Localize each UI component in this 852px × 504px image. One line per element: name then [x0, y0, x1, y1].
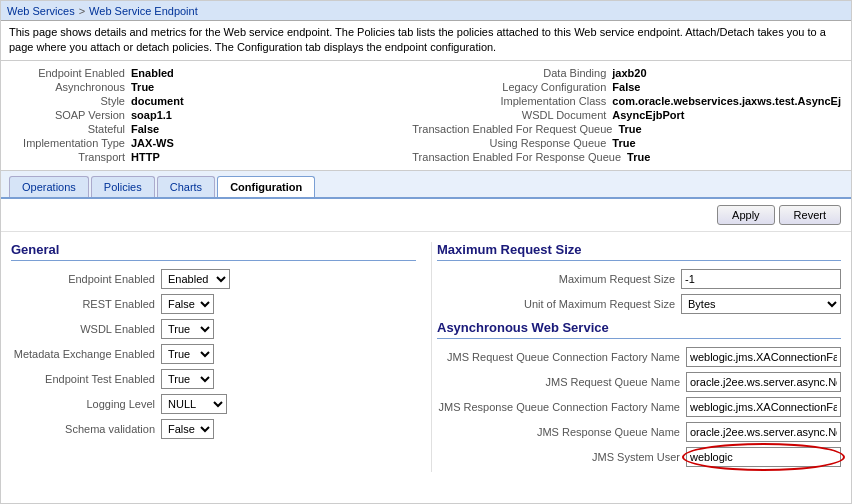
unit-label: Unit of Maximum Request Size [524, 298, 681, 310]
general-field-row: Logging LevelNULLINFODEBUG [11, 394, 416, 414]
info-row: TransportHTTP [11, 151, 412, 163]
info-label: Implementation Type [11, 137, 131, 149]
breadcrumb-current: Web Service Endpoint [89, 5, 198, 17]
breadcrumb-web-services[interactable]: Web Services [7, 5, 75, 17]
async-field-label: JMS Request Queue Connection Factory Nam… [447, 351, 686, 363]
info-label: Transaction Enabled For Request Queue [412, 123, 618, 135]
tabs-bar: OperationsPoliciesChartsConfiguration [1, 171, 851, 199]
info-value: jaxb20 [612, 67, 646, 79]
info-value: AsyncEjbPort [612, 109, 684, 121]
info-value: Enabled [131, 67, 174, 79]
async-field-input[interactable] [686, 372, 841, 392]
async-field-input[interactable] [686, 422, 841, 442]
info-value: True [612, 137, 635, 149]
info-label: Style [11, 95, 131, 107]
async-field-label: JMS Response Queue Connection Factory Na… [438, 401, 686, 413]
apply-button[interactable]: Apply [717, 205, 775, 225]
max-request-title: Maximum Request Size [437, 242, 841, 261]
select-endpoint-enabled[interactable]: EnabledDisabled [161, 269, 230, 289]
info-row: Data Bindingjaxb20 [412, 67, 841, 79]
select-wsdl-enabled[interactable]: TrueFalse [161, 319, 214, 339]
field-label: WSDL Enabled [11, 323, 161, 335]
jms-system-user-input[interactable] [686, 447, 841, 467]
info-row: AsynchronousTrue [11, 81, 412, 93]
select-schema-validation[interactable]: FalseTrue [161, 419, 214, 439]
general-title: General [11, 242, 416, 261]
field-label: Logging Level [11, 398, 161, 410]
async-field-row: JMS System User [437, 447, 841, 467]
async-field-label: JMS System User [592, 451, 686, 463]
field-label: Schema validation [11, 423, 161, 435]
info-value: True [627, 151, 650, 163]
max-request-size-row: Maximum Request Size [437, 269, 841, 289]
description-text: This page shows details and metrics for … [9, 26, 826, 53]
async-field-row: JMS Request Queue Connection Factory Nam… [437, 347, 841, 367]
unit-row: Unit of Maximum Request Size BytesKBMB [437, 294, 841, 314]
button-row: Apply Revert [1, 199, 851, 232]
info-label: Implementation Class [412, 95, 612, 107]
breadcrumb-bar: Web Services > Web Service Endpoint [1, 1, 851, 21]
max-request-size-input[interactable] [681, 269, 841, 289]
info-grid: Endpoint EnabledEnabledAsynchronousTrueS… [1, 61, 851, 171]
info-value: HTTP [131, 151, 160, 163]
info-value: JAX-WS [131, 137, 174, 149]
info-label: SOAP Version [11, 109, 131, 121]
info-label: Transport [11, 151, 131, 163]
select-endpoint-test-enabled[interactable]: TrueFalse [161, 369, 214, 389]
general-field-row: WSDL EnabledTrueFalse [11, 319, 416, 339]
field-label: Metadata Exchange Enabled [11, 348, 161, 360]
info-label: Endpoint Enabled [11, 67, 131, 79]
tab-operations[interactable]: Operations [9, 176, 89, 197]
async-field-input[interactable] [686, 397, 841, 417]
info-row: Using Response QueueTrue [412, 137, 841, 149]
info-row: SOAP Versionsoap1.1 [11, 109, 412, 121]
main-content: Apply Revert General Endpoint EnabledEna… [1, 199, 851, 503]
info-label: Transaction Enabled For Response Queue [412, 151, 627, 163]
general-field-row: REST EnabledFalseTrue [11, 294, 416, 314]
info-row: Legacy ConfigurationFalse [412, 81, 841, 93]
info-value: com.oracle.webservices.jaxws.test.AsyncE… [612, 95, 841, 107]
info-row: WSDL DocumentAsyncEjbPort [412, 109, 841, 121]
async-field-row: JMS Response Queue Name [437, 422, 841, 442]
info-value: soap1.1 [131, 109, 172, 121]
revert-button[interactable]: Revert [779, 205, 841, 225]
field-label: Endpoint Test Enabled [11, 373, 161, 385]
general-panel: General Endpoint EnabledEnabledDisabledR… [11, 242, 421, 472]
max-request-size-label: Maximum Request Size [559, 273, 681, 285]
info-row: Transaction Enabled For Response QueueTr… [412, 151, 841, 163]
right-panel: Maximum Request Size Maximum Request Siz… [431, 242, 841, 472]
async-field-row: JMS Response Queue Connection Factory Na… [437, 397, 841, 417]
info-row: StatefulFalse [11, 123, 412, 135]
app: Web Services > Web Service Endpoint This… [0, 0, 852, 504]
tab-policies[interactable]: Policies [91, 176, 155, 197]
info-value: document [131, 95, 184, 107]
select-metadata-exchange-enabled[interactable]: TrueFalse [161, 344, 214, 364]
async-section: Asynchronous Web Service JMS Request Que… [437, 320, 841, 467]
info-label: Data Binding [412, 67, 612, 79]
select-logging-level[interactable]: NULLINFODEBUG [161, 394, 227, 414]
tab-charts[interactable]: Charts [157, 176, 215, 197]
info-row: Implementation Classcom.oracle.webservic… [412, 95, 841, 107]
info-value: False [612, 81, 640, 93]
general-field-row: Schema validationFalseTrue [11, 419, 416, 439]
info-row: Endpoint EnabledEnabled [11, 67, 412, 79]
info-row: Transaction Enabled For Request QueueTru… [412, 123, 841, 135]
select-rest-enabled[interactable]: FalseTrue [161, 294, 214, 314]
info-label: Legacy Configuration [412, 81, 612, 93]
async-field-label: JMS Response Queue Name [537, 426, 686, 438]
unit-select[interactable]: BytesKBMB [681, 294, 841, 314]
description-bar: This page shows details and metrics for … [1, 21, 851, 61]
info-row: Styledocument [11, 95, 412, 107]
general-field-row: Endpoint Test EnabledTrueFalse [11, 369, 416, 389]
async-field-row: JMS Request Queue Name [437, 372, 841, 392]
async-field-input[interactable] [686, 347, 841, 367]
async-title: Asynchronous Web Service [437, 320, 841, 339]
info-label: WSDL Document [412, 109, 612, 121]
general-field-row: Metadata Exchange EnabledTrueFalse [11, 344, 416, 364]
info-right-col: Data Bindingjaxb20Legacy ConfigurationFa… [412, 67, 841, 164]
tab-configuration[interactable]: Configuration [217, 176, 315, 197]
info-value: False [131, 123, 159, 135]
config-columns: General Endpoint EnabledEnabledDisabledR… [1, 232, 851, 482]
info-value: True [131, 81, 154, 93]
info-label: Asynchronous [11, 81, 131, 93]
